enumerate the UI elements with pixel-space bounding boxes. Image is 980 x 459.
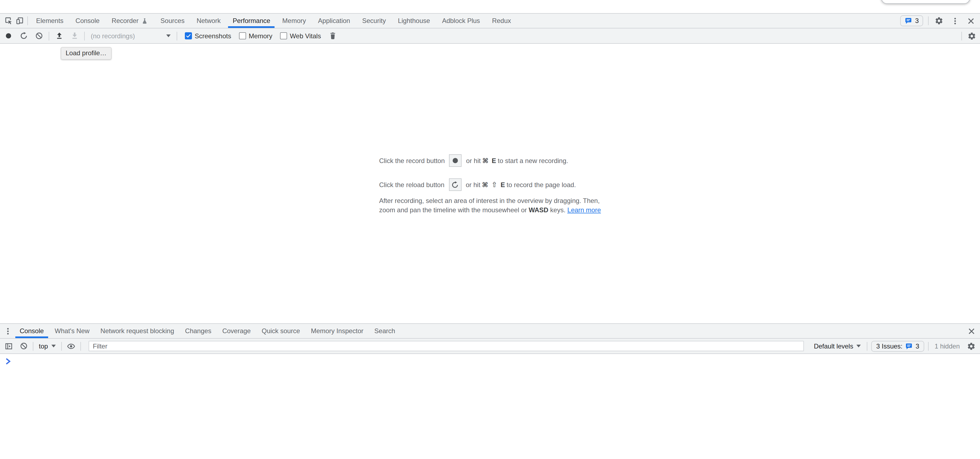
tab-sources[interactable]: Sources [156,14,189,28]
tab-label: Coverage [222,327,251,335]
tab-console[interactable]: Console [71,14,104,28]
record-button-illustration[interactable] [449,154,462,167]
reload-button-illustration[interactable] [449,178,461,191]
recordings-dropdown[interactable]: (no recordings) [89,32,172,40]
shift-key: ⇧ [492,180,497,189]
tab-adblock-plus[interactable]: Adblock Plus [438,14,485,28]
tab-recorder[interactable]: Recorder [107,14,153,28]
console-sidebar-toggle-button[interactable] [3,341,14,352]
tab-label: Elements [36,17,64,25]
console-filter-input[interactable] [88,341,804,351]
tooltip-text: Load profile… [65,49,107,57]
console-messages-pane[interactable] [0,354,980,459]
divider [867,342,867,351]
cmd-key: ⌘ [482,157,488,164]
browser-overlay-pill [881,0,970,4]
more-options-kebab-button[interactable] [950,15,960,26]
clear-recording-button[interactable] [33,30,44,41]
garbage-collect-trash-button[interactable] [328,30,339,41]
reload-and-record-button[interactable] [18,30,29,41]
javascript-context-dropdown[interactable]: top [37,342,57,350]
drawer-tab-coverage[interactable]: Coverage [218,324,255,338]
divider [80,342,81,351]
cmd-key: ⌘ [482,181,488,188]
screenshots-checkbox-group[interactable]: Screenshots [185,32,231,40]
device-toolbar-button[interactable] [14,15,25,26]
record-instruction-row: Click the record button or hit ⌘ E to st… [379,154,601,167]
drawer-tab-memory-inspector[interactable]: Memory Inspector [307,324,368,338]
close-drawer-button[interactable] [966,325,977,336]
tab-security[interactable]: Security [358,14,390,28]
log-levels-dropdown[interactable]: Default levels [811,342,863,350]
memory-checkbox[interactable] [239,32,246,39]
instruction-text: to record the page load. [507,181,576,188]
load-profile-button[interactable] [54,30,65,41]
instruction-text: Click the record button [379,157,445,164]
divider [928,16,929,25]
instruction-text: or hit [466,157,481,164]
tab-label: Console [75,17,100,25]
tab-label: Network request blocking [100,327,174,335]
live-expression-eye-button[interactable] [65,341,76,352]
e-key: E [492,157,496,164]
issues-bubble-icon [905,342,913,350]
tab-label: Sources [161,17,185,25]
inspect-element-button[interactable] [3,15,14,26]
divider [84,32,85,40]
console-toolbar: top Default levels 3 Issues: 3 1 hidden [0,339,980,354]
devtools-tabbar: Elements Console Recorder Sources Networ… [0,13,980,29]
checkbox-label: Memory [248,32,272,40]
drawer-menu-kebab-button[interactable] [2,325,13,336]
tab-label: What's New [55,327,89,335]
issues-label: 3 Issues: [876,342,902,350]
clear-console-button[interactable] [18,341,29,352]
tab-label: Application [318,17,350,25]
tab-application[interactable]: Application [313,14,355,28]
console-issues-button[interactable]: 3 Issues: 3 [871,341,924,352]
learn-more-link[interactable]: Learn more [567,206,601,214]
save-profile-button[interactable] [69,30,80,41]
console-prompt-chevron-icon [5,358,980,365]
chevron-down-icon [856,345,861,347]
settings-gear-button[interactable] [934,15,945,26]
drawer-tab-changes[interactable]: Changes [181,324,216,338]
tab-label: Lighthouse [398,17,430,25]
web-vitals-checkbox[interactable] [280,32,287,39]
drawer-tab-quick-source[interactable]: Quick source [257,324,304,338]
tab-elements[interactable]: Elements [32,14,68,28]
memory-checkbox-group[interactable]: Memory [239,32,272,40]
tabbar-right-controls: 3 [900,15,978,26]
tab-label: Adblock Plus [442,17,480,25]
tab-lighthouse[interactable]: Lighthouse [393,14,434,28]
console-settings-gear-button[interactable] [966,341,977,352]
tab-redux[interactable]: Redux [488,14,515,28]
drawer-tab-search[interactable]: Search [370,324,399,338]
drawer: Console What's New Network request block… [0,324,980,459]
tab-label: Redux [492,17,511,25]
context-label: top [39,342,48,350]
divider [49,32,49,40]
chevron-down-icon [51,345,56,347]
drawer-tab-network-request-blocking[interactable]: Network request blocking [96,324,178,338]
performance-toolbar: (no recordings) Screenshots Memory Web V… [0,29,980,44]
tab-network[interactable]: Network [192,14,225,28]
close-devtools-button[interactable] [965,15,976,26]
tab-label: Security [362,17,386,25]
record-button[interactable] [3,30,14,41]
tab-memory[interactable]: Memory [278,14,310,28]
tab-label: Memory Inspector [311,327,363,335]
usage-hint-paragraph: After recording, select an area of inter… [379,196,601,215]
divider [61,342,62,351]
tab-performance[interactable]: Performance [228,14,275,28]
capture-settings-gear-button[interactable] [966,30,977,41]
issues-counter-button[interactable]: 3 [900,15,923,26]
tab-label: Changes [185,327,212,335]
hidden-messages-label: 1 hidden [932,342,962,350]
performance-landing-pane: Click the record button or hit ⌘ E to st… [0,44,980,324]
screenshots-checkbox[interactable] [185,32,192,39]
tab-label: Recorder [111,17,138,25]
drawer-tab-whats-new[interactable]: What's New [50,324,94,338]
web-vitals-checkbox-group[interactable]: Web Vitals [280,32,321,40]
drawer-tab-console[interactable]: Console [15,324,48,338]
tab-label: Network [197,17,221,25]
